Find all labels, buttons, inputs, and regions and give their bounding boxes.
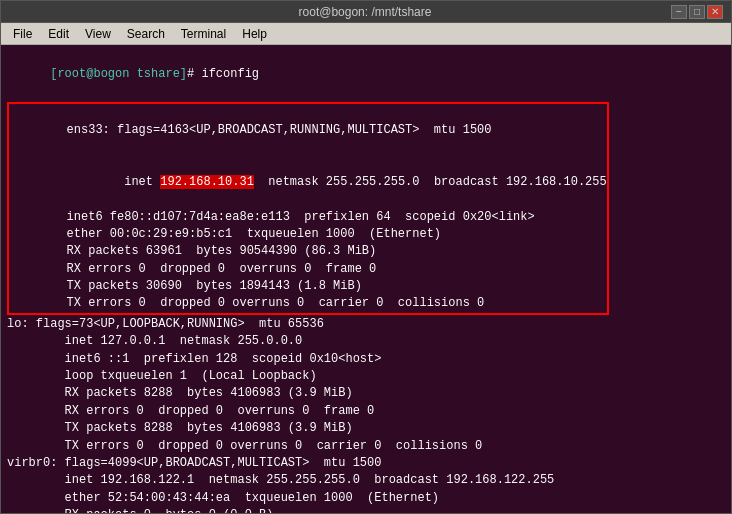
close-button[interactable]: ✕: [707, 5, 723, 19]
ens33-block: ens33: flags=4163<UP,BROADCAST,RUNNING,M…: [7, 102, 609, 315]
ip-address-highlight: 192.168.10.31: [160, 175, 254, 189]
ens33-rx-err-line: RX errors 0 dropped 0 overruns 0 frame 0: [9, 261, 607, 278]
lo-tx-line: TX packets 8288 bytes 4106983 (3.9 MiB): [7, 420, 725, 437]
prompt-text: [root@bogon tshare]: [50, 67, 187, 81]
terminal-window: root@bogon: /mnt/tshare − □ ✕ File Edit …: [0, 0, 732, 514]
lo-rx-err-line: RX errors 0 dropped 0 overruns 0 frame 0: [7, 403, 725, 420]
ens33-flags-line: ens33: flags=4163<UP,BROADCAST,RUNNING,M…: [9, 104, 607, 156]
window-controls: − □ ✕: [671, 5, 723, 19]
maximize-button[interactable]: □: [689, 5, 705, 19]
menu-help[interactable]: Help: [234, 25, 275, 43]
ens33-inet6-line: inet6 fe80::d107:7d4a:ea8e:e113 prefixle…: [9, 209, 607, 226]
window-title: root@bogon: /mnt/tshare: [59, 5, 671, 19]
ens33-ether-line: ether 00:0c:29:e9:b5:c1 txqueuelen 1000 …: [9, 226, 607, 243]
terminal-content[interactable]: [root@bogon tshare]# ifconfig ens33: fla…: [1, 45, 731, 513]
lo-loop-line: loop txqueuelen 1 (Local Loopback): [7, 368, 725, 385]
lo-tx-err-line: TX errors 0 dropped 0 overruns 0 carrier…: [7, 438, 725, 455]
lo-inet-line: inet 127.0.0.1 netmask 255.0.0.0: [7, 333, 725, 350]
virbr0-ether-line: ether 52:54:00:43:44:ea txqueuelen 1000 …: [7, 490, 725, 507]
menu-file[interactable]: File: [5, 25, 40, 43]
virbr0-flags-line: virbr0: flags=4099<UP,BROADCAST,MULTICAS…: [7, 455, 725, 472]
menu-search[interactable]: Search: [119, 25, 173, 43]
ens33-tx-err-line: TX errors 0 dropped 0 overruns 0 carrier…: [9, 295, 607, 312]
lo-rx-line: RX packets 8288 bytes 4106983 (3.9 MiB): [7, 385, 725, 402]
command-line: [root@bogon tshare]# ifconfig: [7, 49, 725, 101]
menu-view[interactable]: View: [77, 25, 119, 43]
title-bar: root@bogon: /mnt/tshare − □ ✕: [1, 1, 731, 23]
menu-edit[interactable]: Edit: [40, 25, 77, 43]
menu-terminal[interactable]: Terminal: [173, 25, 234, 43]
lo-flags-line: lo: flags=73<UP,LOOPBACK,RUNNING> mtu 65…: [7, 316, 725, 333]
ens33-rx-line: RX packets 63961 bytes 90544390 (86.3 Mi…: [9, 243, 607, 260]
minimize-button[interactable]: −: [671, 5, 687, 19]
ens33-tx-line: TX packets 30690 bytes 1894143 (1.8 MiB): [9, 278, 607, 295]
ens33-inet-line: inet 192.168.10.31 netmask 255.255.255.0…: [9, 156, 607, 208]
command-text: # ifconfig: [187, 67, 259, 81]
menu-bar: File Edit View Search Terminal Help: [1, 23, 731, 45]
virbr0-inet-line: inet 192.168.122.1 netmask 255.255.255.0…: [7, 472, 725, 489]
lo-inet6-line: inet6 ::1 prefixlen 128 scopeid 0x10<hos…: [7, 351, 725, 368]
virbr0-rx-line: RX packets 0 bytes 0 (0.0 B): [7, 507, 725, 513]
